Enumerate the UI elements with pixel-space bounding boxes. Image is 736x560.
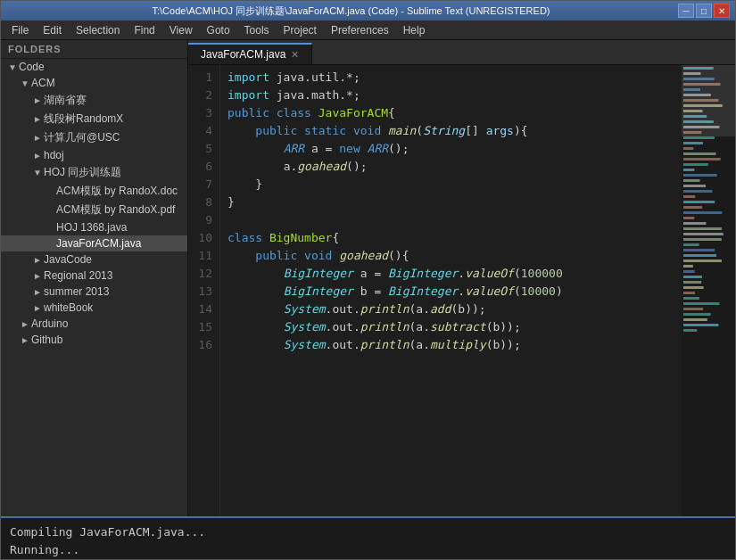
sidebar-item[interactable]: ►whiteBook bbox=[1, 300, 187, 316]
tree-arrow: ► bbox=[31, 151, 44, 161]
tree-label: ACM模版 by RandoX.doc bbox=[56, 184, 187, 199]
close-button[interactable]: ✕ bbox=[714, 4, 730, 18]
titlebar: T:\Code\ACM\HOJ 同步训练题\JavaForACM.java (C… bbox=[1, 1, 735, 21]
menu-item-goto[interactable]: Goto bbox=[200, 21, 237, 39]
code-line: } bbox=[227, 194, 674, 211]
maximize-button[interactable]: □ bbox=[696, 4, 712, 18]
sidebar-tree: ▼Code▼ACM►湖南省赛►线段树RandomX►计算几何@USC►hdoj▼… bbox=[1, 59, 187, 348]
tab-close-button[interactable]: ✕ bbox=[291, 49, 299, 61]
sidebar-item[interactable]: HOJ 1368.java bbox=[1, 219, 187, 235]
menu-item-tools[interactable]: Tools bbox=[237, 21, 277, 39]
menubar: FileEditSelectionFindViewGotoToolsProjec… bbox=[1, 21, 735, 40]
line-number: 11 bbox=[192, 247, 212, 265]
line-number: 1 bbox=[192, 69, 212, 86]
editor-area: JavaForACM.java ✕ 1234567891011121314151… bbox=[188, 40, 735, 516]
tree-label: Regional 2013 bbox=[44, 269, 187, 282]
minimize-button[interactable]: ─ bbox=[678, 4, 694, 18]
output-panel: Compiling JavaForACM.java...Running... -… bbox=[1, 516, 735, 560]
line-number: 5 bbox=[192, 140, 212, 158]
line-number: 10 bbox=[192, 229, 212, 247]
line-number: 7 bbox=[192, 176, 212, 194]
tree-arrow: ▼ bbox=[19, 78, 31, 88]
tree-label: Github bbox=[31, 334, 187, 346]
code-line: BigInteger a = BigInteger.valueOf(100000 bbox=[227, 265, 674, 283]
tree-label: ACM模版 by RandoX.pdf bbox=[56, 202, 187, 218]
line-numbers: 12345678910111213141516 bbox=[188, 65, 220, 516]
tree-label: hdoj bbox=[44, 149, 187, 161]
line-number: 16 bbox=[192, 336, 212, 354]
tree-label: JavaForACM.java bbox=[56, 237, 187, 250]
code-line: class BigNumber{ bbox=[227, 229, 674, 247]
code-content[interactable]: import java.util.*;import java.math.*;pu… bbox=[220, 65, 682, 516]
tree-label: summer 2013 bbox=[44, 285, 187, 298]
sidebar-item[interactable]: ►湖南省赛 bbox=[1, 91, 187, 110]
tree-label: HOJ 同步训练题 bbox=[44, 165, 187, 180]
code-line: a.goahead(); bbox=[227, 158, 674, 176]
tree-label: 线段树RandomX bbox=[44, 111, 187, 127]
line-number: 14 bbox=[192, 301, 212, 318]
tree-arrow: ► bbox=[31, 271, 44, 281]
code-line: import java.util.*; bbox=[227, 69, 674, 86]
code-line: System.out.println(a.multiply(b)); bbox=[227, 336, 674, 354]
tree-label: JavaCode bbox=[44, 253, 187, 266]
tab-javaforacm[interactable]: JavaForACM.java ✕ bbox=[188, 43, 312, 64]
code-line: public void goahead(){ bbox=[227, 247, 674, 265]
titlebar-controls: ─ □ ✕ bbox=[678, 4, 730, 18]
menu-item-preferences[interactable]: Preferences bbox=[324, 21, 396, 39]
menu-item-view[interactable]: View bbox=[162, 21, 200, 39]
output-line: Running... bbox=[10, 541, 726, 559]
code-line: public class JavaForACM{ bbox=[227, 104, 674, 122]
tree-label: Code bbox=[19, 61, 187, 73]
sidebar-item[interactable]: ►JavaCode bbox=[1, 251, 187, 268]
tree-arrow: ► bbox=[31, 287, 44, 297]
sidebar-item[interactable]: ▼ACM bbox=[1, 75, 187, 91]
code-line: import java.math.*; bbox=[227, 86, 674, 104]
menu-item-selection[interactable]: Selection bbox=[69, 21, 127, 39]
tree-label: Arduino bbox=[31, 317, 187, 330]
sidebar-item[interactable]: ►summer 2013 bbox=[1, 284, 187, 300]
sidebar-item[interactable]: JavaForACM.java bbox=[1, 235, 187, 251]
line-number: 15 bbox=[192, 318, 212, 336]
menu-item-project[interactable]: Project bbox=[277, 21, 324, 39]
main-area: FOLDERS ▼Code▼ACM►湖南省赛►线段树RandomX►计算几何@U… bbox=[1, 40, 735, 516]
sidebar: FOLDERS ▼Code▼ACM►湖南省赛►线段树RandomX►计算几何@U… bbox=[1, 40, 188, 516]
line-number: 4 bbox=[192, 122, 212, 140]
sidebar-item[interactable]: ▼HOJ 同步训练题 bbox=[1, 163, 187, 182]
sidebar-item[interactable]: ACM模版 by RandoX.doc bbox=[1, 182, 187, 201]
tree-arrow: ▼ bbox=[31, 168, 44, 177]
menu-item-edit[interactable]: Edit bbox=[36, 21, 69, 39]
line-number: 2 bbox=[192, 86, 212, 104]
tree-arrow: ► bbox=[19, 319, 31, 329]
line-number: 12 bbox=[192, 265, 212, 283]
code-editor: 12345678910111213141516 import java.util… bbox=[188, 65, 735, 516]
line-number: 9 bbox=[192, 211, 212, 229]
menu-item-find[interactable]: Find bbox=[127, 21, 161, 39]
sidebar-item[interactable]: ▼Code bbox=[1, 59, 187, 75]
sidebar-item[interactable]: ►Regional 2013 bbox=[1, 268, 187, 284]
tree-arrow: ► bbox=[31, 255, 44, 265]
menu-item-file[interactable]: File bbox=[4, 21, 36, 39]
line-number: 3 bbox=[192, 104, 212, 122]
sidebar-item[interactable]: ►Github bbox=[1, 332, 187, 348]
code-line: System.out.println(a.subtract(b)); bbox=[227, 318, 674, 336]
tree-label: ACM bbox=[31, 77, 187, 89]
code-line: public static void main(String[] args){ bbox=[227, 122, 674, 140]
line-number: 6 bbox=[192, 158, 212, 176]
sidebar-item[interactable]: ►线段树RandomX bbox=[1, 110, 187, 128]
sidebar-item[interactable]: ►Arduino bbox=[1, 316, 187, 332]
sidebar-item[interactable]: ►hdoj bbox=[1, 147, 187, 163]
menu-item-help[interactable]: Help bbox=[396, 21, 433, 39]
line-number: 8 bbox=[192, 194, 212, 211]
sidebar-item[interactable]: ►计算几何@USC bbox=[1, 128, 187, 147]
tree-arrow: ► bbox=[31, 114, 44, 124]
output-line: Compiling JavaForACM.java... bbox=[10, 523, 726, 541]
tree-arrow: ► bbox=[31, 303, 44, 313]
tree-label: 湖南省赛 bbox=[44, 93, 187, 108]
tree-label: 计算几何@USC bbox=[44, 130, 187, 145]
tree-label: whiteBook bbox=[44, 301, 187, 314]
tab-label: JavaForACM.java bbox=[201, 48, 285, 61]
sidebar-item[interactable]: ACM模版 by RandoX.pdf bbox=[1, 201, 187, 219]
code-line bbox=[227, 211, 674, 229]
tree-arrow: ▼ bbox=[6, 62, 19, 72]
tree-label: HOJ 1368.java bbox=[56, 221, 187, 234]
